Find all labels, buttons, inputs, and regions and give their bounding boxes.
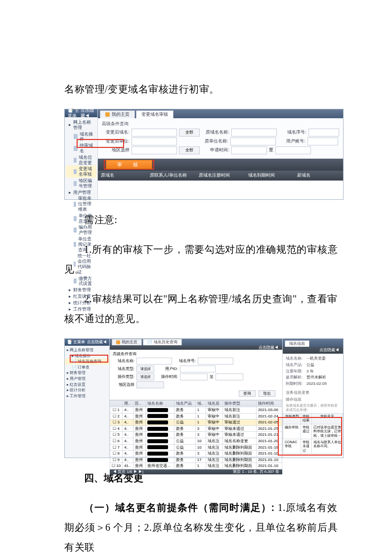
pager-nav[interactable]: ◀ 页次 1/6 ▶ ▶| <box>113 469 143 474</box>
input[interactable] <box>131 138 177 145</box>
intro-text: 名称管理/变更域名审核进行初审。 <box>64 79 338 99</box>
input[interactable] <box>131 146 177 154</box>
tree-item[interactable]: 域名操作 <box>66 131 96 143</box>
tree-item[interactable]: ▸ 工作管理 <box>65 393 109 399</box>
table-row[interactable]: ☐ 74..贵州公益10域名注域名删除到期后2021-01-18 <box>110 444 282 451</box>
tree-item[interactable]: ▸ 红页设置 <box>66 293 96 300</box>
tree-root[interactable]: ▸ 网上名称管理 <box>65 347 109 353</box>
tree-item[interactable]: ▸ 财务管理 <box>66 287 96 293</box>
search-button[interactable]: 查询 <box>239 390 256 397</box>
section-desc: 当前域名提交注册后，按照审核要求填写众单信› <box>283 403 343 413</box>
table-row[interactable]: ☐ 44..贵州政务3审核中审核未通过2021-01-25 <box>110 425 282 432</box>
tab-home[interactable]: 我的主页 <box>112 339 142 345</box>
highlight-box: 审 核 <box>104 160 154 170</box>
select[interactable] <box>136 381 164 388</box>
label: 用户ID: <box>156 367 178 371</box>
to-label: 至 <box>269 147 273 153</box>
label: 操作类型: <box>113 374 134 379</box>
export-button[interactable]: 导出 <box>259 390 275 397</box>
tree-item[interactable]: ▸ 用户管理 <box>65 376 109 382</box>
form-title: 高级条件查询 <box>113 352 279 357</box>
date-input[interactable] <box>216 373 243 380</box>
table-row[interactable]: ☐ 94..贵州政务17域名注域名删除到期后2021-01-10 <box>110 457 282 463</box>
input[interactable] <box>307 138 338 145</box>
column-header: 区.. <box>133 401 146 407</box>
tree-item[interactable]: ▸ 统计分析 <box>65 387 109 393</box>
info-block: 域名名称:···机关党委 域名产品:公益 注册年限:3 年 是否解析:暂停未解析… <box>283 354 343 389</box>
tree-item[interactable]: 单位信息查询 <box>66 213 96 225</box>
note-title: 需注意: <box>64 210 338 230</box>
label: 申请时间: <box>202 147 229 153</box>
tree-item[interactable]: 待审域名 <box>66 142 96 154</box>
table-row[interactable]: ☐ 14..贵州政务1审核中域名新注2021-03-06 <box>110 407 282 413</box>
column-header: 原域名注册时间 <box>196 173 245 178</box>
tree-item[interactable]: 地区编号管理 <box>66 178 96 189</box>
input[interactable] <box>230 138 276 145</box>
select-all[interactable]: 全部 <box>179 129 200 137</box>
select-all[interactable]: 全部 <box>179 146 200 154</box>
sidebar-title: 📑 主菜单 <box>67 340 85 345</box>
tree-item[interactable]: ▸ 工作管理 <box>66 306 96 313</box>
audit-button[interactable]: 审 核 <box>106 160 152 169</box>
pager-info: 第页 1 - 10 条, 共 6,307 条 <box>233 469 279 474</box>
column-header: 域.. <box>195 401 206 407</box>
column-header: 原联系人/单位名称 <box>147 173 196 178</box>
select[interactable]: 请选择 <box>136 373 154 380</box>
select[interactable]: 请选择 <box>136 366 154 372</box>
tree-item[interactable]: 单位查阅记录查询 <box>66 236 96 253</box>
screenshot-history-query: 📑 主菜单 点击隐藏◀ ▸ 网上名称管理 ▸ 域名操作 📄 域名历史查询 📄 订… <box>64 338 344 458</box>
input[interactable] <box>198 358 233 365</box>
highlight-box <box>278 417 342 456</box>
label: 变更后单位: <box>102 139 130 144</box>
tab-change-audit[interactable]: 变更域名审核 <box>136 110 174 118</box>
date-input[interactable] <box>275 146 311 154</box>
input[interactable] <box>136 358 172 365</box>
sidebar-collapse[interactable]: 点击隐藏◀ <box>87 340 107 345</box>
table-row[interactable]: ☐ 34..贵州公益1审核中审核通过2021-02-05 <box>110 419 282 426</box>
column-header: 新域名 <box>294 173 343 178</box>
table-row[interactable]: ☐ 64..贵州公益10域名注域名名称变更2021-01-20 <box>110 438 282 444</box>
tree-item[interactable]: 缴费方式设置 <box>66 276 96 287</box>
tree-item[interactable]: ▸ 统计分析 <box>66 300 96 306</box>
table-row[interactable]: ☐ 1041..贵州贵州省交通...政务1域名注域名删除到期后2021-01-1… <box>110 463 282 469</box>
tree-item[interactable]: ▸ 红页设置 <box>65 382 109 388</box>
label: 用户账号: <box>278 139 305 144</box>
note-2: 2.审核结果可以在"网上名称管理/域名历史查询"，查看审核不通过的意见。 <box>64 289 338 328</box>
column-header: 用.. <box>123 401 133 407</box>
date-input[interactable] <box>180 373 208 380</box>
label: 地区选择 <box>102 147 130 153</box>
tab-history[interactable]: 📄 域名历史查询 <box>143 339 182 345</box>
section-label: 业务信息变更 <box>283 389 343 396</box>
tree-item[interactable]: 📄 订单查 <box>65 365 109 370</box>
tree-item[interactable]: 域名信息变更 <box>66 154 96 166</box>
input[interactable] <box>231 129 277 137</box>
label: 地区选择 <box>113 382 134 387</box>
tree-root[interactable]: ▸ 网上名称管理 <box>66 119 96 131</box>
tree-item[interactable]: 统一社会信用代码验证 <box>66 253 96 275</box>
label: 域名名称: <box>113 359 134 364</box>
column-header: 域名到期时间 <box>245 173 294 178</box>
tree-item[interactable]: 审批单位管理维表 <box>66 195 96 212</box>
form-title: 高级条件查询 <box>102 121 339 127</box>
column-header: 域名名称 <box>146 401 174 407</box>
tree-item-change-audit[interactable]: 变更域名审核 <box>66 166 96 178</box>
panel-title: 域名信息 <box>285 340 309 347</box>
input[interactable] <box>180 366 216 372</box>
tree-item[interactable]: ▸ 财务管理 <box>65 370 109 376</box>
tree-item[interactable]: 编办用户管理 <box>66 224 96 236</box>
column-header: 域名后 <box>206 401 222 407</box>
collapse-handle[interactable]: 点击隐藏◀ <box>319 348 339 353</box>
table-row[interactable]: ☐ 84..贵州政务3域名注域名删除到期后2021-01-10 <box>110 451 282 457</box>
table-row[interactable]: ☐ 24..贵州政务1审核中域名新注2021-02-24 <box>110 413 282 419</box>
label: 域名序号: <box>279 130 306 135</box>
collapse-handle[interactable]: 点击隐藏◀ <box>259 345 278 350</box>
table-row[interactable]: ☐ 54..贵州政务3审核中审核未通过2021-01-21 <box>110 432 282 438</box>
date-input[interactable] <box>231 146 267 154</box>
sidebar: 📑 主菜单 点击隐藏◀ ▸ 网上名称管理 域名操作 待审域名 域名信息变更 变更… <box>65 109 98 199</box>
input[interactable] <box>131 129 177 137</box>
label: 域名序号: <box>174 359 196 364</box>
input[interactable] <box>308 129 339 137</box>
highlight-box <box>70 355 108 363</box>
tree-item[interactable]: ▸ 用户管理 <box>66 189 96 196</box>
tab-home[interactable]: 我的主页 <box>100 110 135 118</box>
